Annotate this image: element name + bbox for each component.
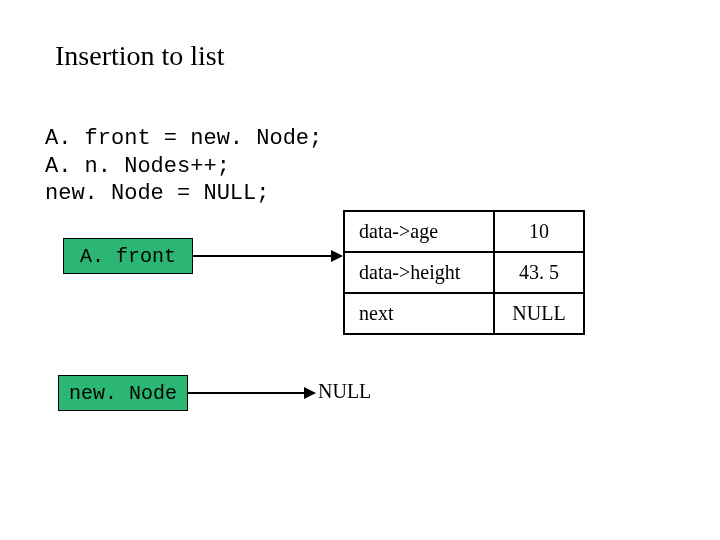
arrow-afront-line [193,255,333,257]
table-row: data->height 43. 5 [344,252,584,293]
arrow-newnode-line [188,392,306,394]
cell-val-next: NULL [494,293,584,334]
code-line-3: new. Node = NULL; [45,181,269,206]
cell-val-height: 43. 5 [494,252,584,293]
code-block: A. front = new. Node; A. n. Nodes++; new… [45,125,322,208]
cell-val-age: 10 [494,211,584,252]
arrow-afront-head-icon [331,250,343,262]
table-row: next NULL [344,293,584,334]
code-line-1: A. front = new. Node; [45,126,322,151]
afront-label: A. front [80,245,176,268]
arrow-newnode-head-icon [304,387,316,399]
table-row: data->age 10 [344,211,584,252]
afront-pointer-box: A. front [63,238,193,274]
slide-title: Insertion to list [55,40,225,72]
newnode-pointer-box: new. Node [58,375,188,411]
null-label: NULL [318,380,371,403]
newnode-label: new. Node [69,382,177,405]
cell-key-height: data->height [344,252,494,293]
cell-key-age: data->age [344,211,494,252]
code-line-2: A. n. Nodes++; [45,154,230,179]
node-struct-table: data->age 10 data->height 43. 5 next NUL… [343,210,585,335]
cell-key-next: next [344,293,494,334]
